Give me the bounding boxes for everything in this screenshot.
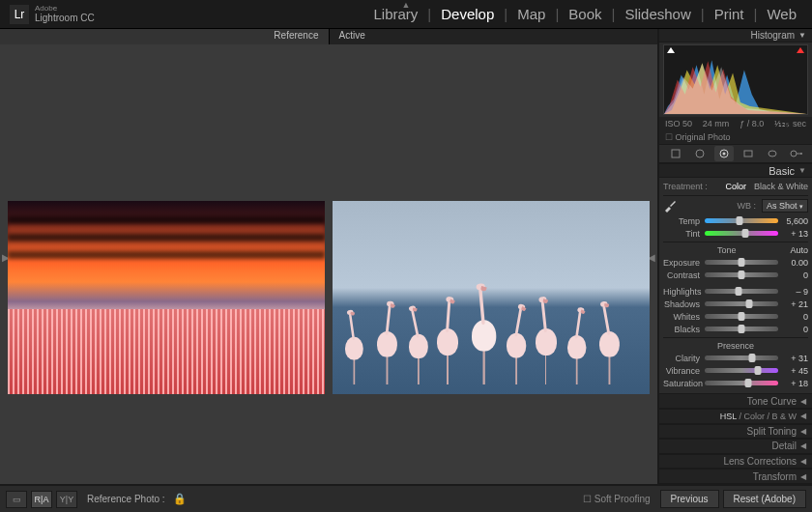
- detail-panel-header[interactable]: Detail◀: [659, 439, 812, 454]
- module-slideshow[interactable]: Slideshow: [619, 6, 696, 22]
- saturation-label: Saturation: [663, 379, 700, 388]
- saturation-slider[interactable]: [705, 381, 778, 385]
- contrast-label: Contrast: [663, 270, 700, 280]
- basic-panel-body: Treatment : Color Black & White WB : As …: [659, 178, 812, 393]
- module-map[interactable]: Map: [511, 6, 551, 22]
- shadows-slider[interactable]: [705, 301, 778, 306]
- exposure-slider[interactable]: [705, 260, 778, 265]
- svg-rect-0: [672, 150, 680, 157]
- highlights-value[interactable]: – 9: [783, 287, 808, 297]
- gradient-tool-icon[interactable]: [739, 146, 758, 161]
- redeye-tool-icon[interactable]: [714, 146, 734, 161]
- active-photo-panel[interactable]: [333, 168, 650, 426]
- treatment-color[interactable]: Color: [725, 182, 746, 191]
- histogram-panel-header[interactable]: Histogram▼: [659, 29, 812, 43]
- basic-panel-header[interactable]: Basic▼: [659, 163, 812, 179]
- crop-tool-icon[interactable]: [666, 146, 685, 161]
- vibrance-label: Vibrance: [663, 366, 700, 376]
- brush-tool-icon[interactable]: [787, 146, 806, 161]
- histogram-display[interactable]: [663, 44, 808, 115]
- split-toning-panel-header[interactable]: Split Toning◀: [659, 424, 812, 440]
- auto-tone-button[interactable]: Auto: [790, 245, 808, 255]
- iso-value: ISO 50: [665, 119, 692, 128]
- aperture-value: ƒ / 8.0: [740, 119, 764, 128]
- lens-corrections-panel-header[interactable]: Lens Corrections◀: [659, 454, 812, 469]
- temp-slider[interactable]: [705, 218, 778, 223]
- panel-chevron-icon[interactable]: ▲: [402, 0, 411, 10]
- vendor-label: Adobe: [35, 5, 95, 14]
- histogram-metadata: ISO 50 24 mm ƒ / 8.0 ¹⁄₁₂₅ sec: [659, 117, 812, 130]
- previous-button[interactable]: Previous: [660, 490, 719, 508]
- histogram-title: Histogram: [751, 30, 796, 41]
- shadow-clipping-icon[interactable]: [667, 47, 675, 53]
- before-after-button[interactable]: Y|Y: [56, 491, 77, 508]
- clarity-slider[interactable]: [705, 356, 778, 360]
- blacks-label: Blacks: [663, 325, 700, 334]
- vibrance-slider[interactable]: [705, 368, 778, 373]
- temp-label: Temp: [663, 216, 700, 226]
- radial-tool-icon[interactable]: [763, 146, 782, 161]
- exposure-value[interactable]: 0.00: [783, 258, 808, 268]
- svg-point-5: [768, 151, 776, 156]
- original-photo-checkbox[interactable]: Original Photo: [659, 130, 812, 145]
- module-picker: Library| Develop| Map| Book| Slideshow| …: [367, 6, 802, 22]
- transform-panel-header[interactable]: Transform◀: [659, 469, 812, 484]
- module-web[interactable]: Web: [761, 6, 802, 22]
- contrast-value[interactable]: 0: [783, 270, 808, 280]
- product-label: Lightroom CC: [35, 13, 95, 23]
- module-print[interactable]: Print: [709, 6, 750, 22]
- develop-right-panel: Histogram▼ ISO 50 24 mm ƒ / 8.0 ¹⁄₁₂₅ se…: [657, 29, 812, 484]
- tint-label: Tint: [663, 229, 700, 239]
- focal-value: 24 mm: [703, 119, 730, 128]
- blacks-slider[interactable]: [705, 327, 778, 331]
- tint-slider[interactable]: [705, 231, 778, 236]
- shutter-value: ¹⁄₁₂₅ sec: [774, 119, 806, 128]
- active-tab[interactable]: Active: [329, 29, 658, 44]
- reset-button[interactable]: Reset (Adobe): [723, 490, 806, 508]
- reference-photo-panel[interactable]: [8, 168, 325, 426]
- temp-value[interactable]: 5,600: [783, 216, 808, 226]
- module-develop[interactable]: Develop: [435, 6, 500, 22]
- bottom-toolbar: ▭ R|A Y|Y Reference Photo : 🔒 ☐ Soft Pro…: [0, 484, 812, 512]
- treatment-label: Treatment :: [663, 182, 708, 191]
- module-book[interactable]: Book: [563, 6, 607, 22]
- svg-point-3: [722, 152, 725, 155]
- reference-tab[interactable]: Reference: [0, 29, 329, 44]
- tint-value[interactable]: + 13: [783, 229, 808, 239]
- svg-point-6: [791, 151, 797, 156]
- highlights-slider[interactable]: [705, 289, 778, 294]
- treatment-row: Treatment : Color Black & White: [663, 180, 808, 196]
- spot-tool-icon[interactable]: [690, 146, 710, 161]
- exposure-label: Exposure: [663, 258, 700, 268]
- clarity-value[interactable]: + 31: [783, 354, 808, 363]
- whites-value[interactable]: 0: [783, 312, 808, 322]
- contrast-slider[interactable]: [705, 272, 778, 277]
- svg-point-1: [696, 150, 704, 157]
- wb-eyedropper-icon[interactable]: [663, 199, 677, 213]
- reference-view-button[interactable]: R|A: [31, 491, 52, 508]
- svg-point-8: [800, 153, 802, 155]
- shadows-value[interactable]: + 21: [783, 299, 808, 309]
- whites-slider[interactable]: [705, 314, 778, 319]
- loupe-view-button[interactable]: ▭: [6, 491, 27, 508]
- hsl-panel-header[interactable]: HSL / Color / B & W◀: [659, 409, 812, 424]
- highlights-label: Highlights: [663, 287, 700, 297]
- saturation-value[interactable]: + 18: [783, 379, 808, 388]
- wb-dropdown[interactable]: As Shot ▾: [762, 199, 808, 213]
- highlight-clipping-icon[interactable]: [797, 47, 804, 53]
- active-photo: [333, 201, 650, 394]
- clarity-label: Clarity: [663, 354, 700, 363]
- basic-title: Basic: [768, 165, 795, 177]
- svg-rect-4: [744, 151, 752, 156]
- vibrance-value[interactable]: + 45: [783, 366, 808, 376]
- treatment-bw[interactable]: Black & White: [754, 182, 808, 191]
- soft-proofing-checkbox[interactable]: ☐ Soft Proofing: [583, 494, 651, 504]
- blacks-value[interactable]: 0: [783, 325, 808, 334]
- reference-photo-label: Reference Photo :: [87, 494, 165, 504]
- lock-icon[interactable]: 🔒: [173, 493, 187, 505]
- tool-strip: [659, 145, 812, 163]
- module-library[interactable]: Library: [367, 6, 423, 22]
- tone-header: Tone: [663, 245, 790, 255]
- tone-curve-panel-header[interactable]: Tone Curve◀: [659, 393, 812, 409]
- shadows-label: Shadows: [663, 299, 700, 309]
